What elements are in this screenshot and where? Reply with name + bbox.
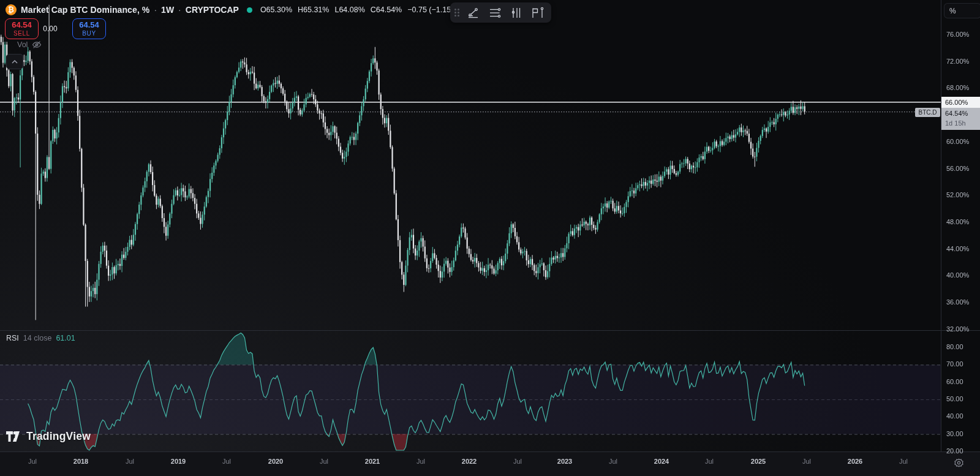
eye-hidden-icon[interactable]: [32, 40, 42, 49]
price-chart-canvas[interactable]: [0, 0, 980, 476]
price-tick-label: 52.00%: [946, 191, 969, 198]
sell-label: SELL: [13, 30, 30, 37]
tradingview-logo-text: TradingView: [26, 430, 91, 443]
bitcoin-icon: ₿: [6, 4, 17, 15]
symbol-legend[interactable]: ₿ Market Cap BTC Dominance, % · 1W · CRY…: [6, 4, 460, 15]
price-tick-label: 56.00%: [946, 165, 969, 172]
time-axis-month-label: Jul: [320, 458, 328, 465]
flag-marker-tool-icon[interactable]: [529, 5, 546, 21]
price-tick-label: 60.00%: [946, 138, 969, 145]
ohlc-values: O65.30% H65.31% L64.08% C64.54% −0.75 (−…: [260, 6, 461, 14]
rsi-tick-label: 60.00: [946, 378, 963, 385]
time-axis-year-label: 2020: [268, 458, 283, 465]
price-tick-label: 36.00%: [946, 298, 969, 306]
time-axis-month-label: Jul: [222, 458, 231, 465]
price-tick-label: 40.00%: [946, 271, 969, 279]
time-axis-year-label: 2018: [74, 458, 88, 465]
rsi-tick-label: 70.00: [946, 360, 963, 368]
time-axis[interactable]: [0, 451, 980, 476]
time-axis-year-label: 2025: [751, 458, 766, 465]
ohlc-high: H65.31%: [298, 6, 329, 14]
time-axis-year-label: 2024: [654, 458, 669, 465]
time-axis-year-label: 2022: [462, 458, 477, 465]
market-status-dot: [247, 7, 252, 13]
trade-panel: 64.54 SELL 0.00 64.54 BUY: [5, 18, 106, 39]
time-axis-month-label: Jul: [417, 458, 425, 465]
bar-countdown: 1d 15h: [945, 119, 980, 129]
tradingview-logo-icon: [6, 431, 22, 442]
ohlc-open: O65.30%: [260, 6, 292, 14]
price-tick-label: 48.00%: [946, 218, 969, 225]
price-tick-label: 76.00%: [946, 31, 969, 38]
legend-separator2: ·: [178, 5, 181, 15]
ohlc-low: L64.08%: [334, 6, 364, 14]
rsi-legend[interactable]: RSI 14 close 61.01: [6, 334, 75, 342]
time-axis-month-label: Jul: [513, 458, 522, 465]
rsi-tick-label: 30.00: [946, 430, 963, 437]
rsi-tick-label: 80.00: [946, 343, 963, 350]
time-axis-year-label: 2021: [365, 458, 380, 465]
price-tick-label: 68.00%: [946, 84, 969, 91]
price-axis-unit-button[interactable]: %: [944, 3, 980, 18]
rsi-value: 61.01: [56, 334, 75, 342]
sell-price: 64.54: [12, 21, 32, 29]
floating-drawing-toolbar[interactable]: [450, 2, 551, 23]
time-axis-month-label: Jul: [705, 458, 714, 465]
chart-window: { "header": { "title": "Market Cap BTC D…: [0, 0, 980, 476]
time-axis-month-label: Jul: [609, 458, 617, 465]
vertical-lines-tool-icon[interactable]: [508, 5, 525, 21]
buy-label: BUY: [82, 30, 96, 37]
rsi-tick-label: 50.00: [946, 395, 963, 402]
legend-separator: ·: [154, 5, 157, 15]
exchange-label[interactable]: CRYPTOCAP: [186, 5, 239, 15]
settings-gear-icon[interactable]: [953, 457, 964, 468]
last-price-value: 64.54%: [945, 109, 980, 119]
time-axis-year-label: 2023: [557, 458, 572, 465]
buy-button[interactable]: 64.54 BUY: [72, 18, 106, 39]
symbol-price-tag: BTC.D: [915, 108, 940, 117]
time-axis-month-label: Jul: [899, 458, 908, 465]
price-tick-label: 72.00%: [946, 58, 969, 65]
time-axis-year-label: 2019: [171, 458, 186, 465]
rsi-name: RSI: [6, 334, 19, 342]
level-line-axis-label: 66.00%: [941, 97, 980, 108]
volume-indicator-row: Vol: [17, 40, 42, 49]
pane-collapse-button[interactable]: [6, 54, 23, 69]
volume-label: Vol: [17, 40, 28, 49]
buy-price: 64.54: [79, 21, 99, 29]
spread-value: 0.00: [39, 25, 61, 33]
price-tick-label: 44.00%: [946, 245, 969, 252]
tradingview-logo[interactable]: TradingView: [6, 430, 91, 443]
rsi-tick-label: 40.00: [946, 412, 963, 420]
ohlc-close: C64.54%: [371, 6, 402, 14]
time-axis-month-label: Jul: [28, 458, 37, 465]
trend-line-tool-icon[interactable]: [465, 5, 482, 21]
interval-label[interactable]: 1W: [161, 5, 174, 15]
symbol-title[interactable]: Market Cap BTC Dominance, %: [21, 5, 149, 15]
price-tick-label: 32.00%: [946, 325, 969, 333]
time-axis-month-label: Jul: [802, 458, 811, 465]
horizontal-lines-tool-icon[interactable]: [486, 5, 503, 21]
rsi-params: 14 close: [23, 334, 52, 342]
chevron-up-icon: [12, 60, 18, 64]
time-axis-year-label: 2026: [848, 458, 862, 465]
time-axis-month-label: Jul: [126, 458, 134, 465]
last-price-axis-label: 64.54% 1d 15h: [941, 108, 980, 130]
sell-button[interactable]: 64.54 SELL: [5, 18, 39, 39]
toolbar-drag-handle-icon[interactable]: [453, 7, 461, 18]
rsi-tick-label: 20.00: [946, 447, 963, 455]
